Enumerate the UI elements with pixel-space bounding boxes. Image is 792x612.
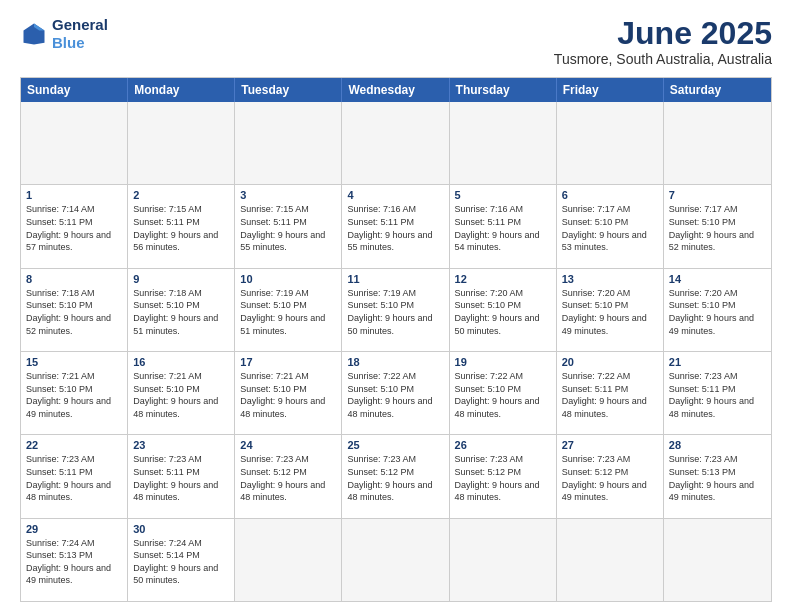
calendar-cell: 1Sunrise: 7:14 AMSunset: 5:11 PMDaylight… <box>21 185 128 267</box>
calendar-cell: 16Sunrise: 7:21 AMSunset: 5:10 PMDayligh… <box>128 352 235 434</box>
calendar-cell: 7Sunrise: 7:17 AMSunset: 5:10 PMDaylight… <box>664 185 771 267</box>
calendar-cell: 4Sunrise: 7:16 AMSunset: 5:11 PMDaylight… <box>342 185 449 267</box>
calendar-cell: 10Sunrise: 7:19 AMSunset: 5:10 PMDayligh… <box>235 269 342 351</box>
day-number: 16 <box>133 356 229 368</box>
weekday-header: Wednesday <box>342 78 449 102</box>
calendar-cell <box>450 102 557 184</box>
cell-sun-info: Sunrise: 7:20 AMSunset: 5:10 PMDaylight:… <box>562 287 658 337</box>
day-number: 12 <box>455 273 551 285</box>
day-number: 21 <box>669 356 766 368</box>
weekday-header: Saturday <box>664 78 771 102</box>
day-number: 5 <box>455 189 551 201</box>
cell-sun-info: Sunrise: 7:23 AMSunset: 5:12 PMDaylight:… <box>347 453 443 503</box>
calendar-cell: 6Sunrise: 7:17 AMSunset: 5:10 PMDaylight… <box>557 185 664 267</box>
day-number: 25 <box>347 439 443 451</box>
cell-sun-info: Sunrise: 7:18 AMSunset: 5:10 PMDaylight:… <box>133 287 229 337</box>
cell-sun-info: Sunrise: 7:22 AMSunset: 5:11 PMDaylight:… <box>562 370 658 420</box>
day-number: 3 <box>240 189 336 201</box>
calendar-week-row: 15Sunrise: 7:21 AMSunset: 5:10 PMDayligh… <box>21 351 771 434</box>
cell-sun-info: Sunrise: 7:18 AMSunset: 5:10 PMDaylight:… <box>26 287 122 337</box>
cell-sun-info: Sunrise: 7:24 AMSunset: 5:13 PMDaylight:… <box>26 537 122 587</box>
day-number: 2 <box>133 189 229 201</box>
day-number: 9 <box>133 273 229 285</box>
day-number: 30 <box>133 523 229 535</box>
cell-sun-info: Sunrise: 7:23 AMSunset: 5:11 PMDaylight:… <box>26 453 122 503</box>
calendar-cell: 23Sunrise: 7:23 AMSunset: 5:11 PMDayligh… <box>128 435 235 517</box>
calendar-week-row: 29Sunrise: 7:24 AMSunset: 5:13 PMDayligh… <box>21 518 771 601</box>
month-title: June 2025 <box>554 16 772 51</box>
day-number: 26 <box>455 439 551 451</box>
calendar-cell <box>21 102 128 184</box>
logo: General Blue <box>20 16 108 52</box>
cell-sun-info: Sunrise: 7:21 AMSunset: 5:10 PMDaylight:… <box>133 370 229 420</box>
day-number: 17 <box>240 356 336 368</box>
header: General Blue June 2025 Tusmore, South Au… <box>20 16 772 67</box>
day-number: 4 <box>347 189 443 201</box>
calendar-cell: 19Sunrise: 7:22 AMSunset: 5:10 PMDayligh… <box>450 352 557 434</box>
logo-text: General Blue <box>52 16 108 52</box>
day-number: 29 <box>26 523 122 535</box>
calendar-cell: 14Sunrise: 7:20 AMSunset: 5:10 PMDayligh… <box>664 269 771 351</box>
calendar-header: SundayMondayTuesdayWednesdayThursdayFrid… <box>21 78 771 102</box>
cell-sun-info: Sunrise: 7:17 AMSunset: 5:10 PMDaylight:… <box>562 203 658 253</box>
cell-sun-info: Sunrise: 7:23 AMSunset: 5:13 PMDaylight:… <box>669 453 766 503</box>
calendar-cell: 18Sunrise: 7:22 AMSunset: 5:10 PMDayligh… <box>342 352 449 434</box>
logo-icon <box>20 20 48 48</box>
calendar-week-row <box>21 102 771 184</box>
cell-sun-info: Sunrise: 7:22 AMSunset: 5:10 PMDaylight:… <box>455 370 551 420</box>
calendar-cell: 29Sunrise: 7:24 AMSunset: 5:13 PMDayligh… <box>21 519 128 601</box>
cell-sun-info: Sunrise: 7:17 AMSunset: 5:10 PMDaylight:… <box>669 203 766 253</box>
day-number: 10 <box>240 273 336 285</box>
calendar-cell: 22Sunrise: 7:23 AMSunset: 5:11 PMDayligh… <box>21 435 128 517</box>
day-number: 24 <box>240 439 336 451</box>
weekday-header: Tuesday <box>235 78 342 102</box>
day-number: 20 <box>562 356 658 368</box>
calendar-cell: 12Sunrise: 7:20 AMSunset: 5:10 PMDayligh… <box>450 269 557 351</box>
calendar-week-row: 22Sunrise: 7:23 AMSunset: 5:11 PMDayligh… <box>21 434 771 517</box>
cell-sun-info: Sunrise: 7:23 AMSunset: 5:11 PMDaylight:… <box>669 370 766 420</box>
calendar-cell: 20Sunrise: 7:22 AMSunset: 5:11 PMDayligh… <box>557 352 664 434</box>
calendar-cell <box>450 519 557 601</box>
cell-sun-info: Sunrise: 7:23 AMSunset: 5:12 PMDaylight:… <box>455 453 551 503</box>
day-number: 14 <box>669 273 766 285</box>
title-block: June 2025 Tusmore, South Australia, Aust… <box>554 16 772 67</box>
calendar-cell <box>664 519 771 601</box>
day-number: 13 <box>562 273 658 285</box>
cell-sun-info: Sunrise: 7:22 AMSunset: 5:10 PMDaylight:… <box>347 370 443 420</box>
calendar-cell: 11Sunrise: 7:19 AMSunset: 5:10 PMDayligh… <box>342 269 449 351</box>
calendar-cell: 25Sunrise: 7:23 AMSunset: 5:12 PMDayligh… <box>342 435 449 517</box>
page: General Blue June 2025 Tusmore, South Au… <box>0 0 792 612</box>
calendar-week-row: 8Sunrise: 7:18 AMSunset: 5:10 PMDaylight… <box>21 268 771 351</box>
day-number: 6 <box>562 189 658 201</box>
calendar-cell: 28Sunrise: 7:23 AMSunset: 5:13 PMDayligh… <box>664 435 771 517</box>
cell-sun-info: Sunrise: 7:24 AMSunset: 5:14 PMDaylight:… <box>133 537 229 587</box>
day-number: 18 <box>347 356 443 368</box>
calendar-cell: 24Sunrise: 7:23 AMSunset: 5:12 PMDayligh… <box>235 435 342 517</box>
calendar-cell <box>557 102 664 184</box>
day-number: 1 <box>26 189 122 201</box>
cell-sun-info: Sunrise: 7:16 AMSunset: 5:11 PMDaylight:… <box>455 203 551 253</box>
cell-sun-info: Sunrise: 7:21 AMSunset: 5:10 PMDaylight:… <box>26 370 122 420</box>
cell-sun-info: Sunrise: 7:14 AMSunset: 5:11 PMDaylight:… <box>26 203 122 253</box>
day-number: 7 <box>669 189 766 201</box>
calendar-cell: 5Sunrise: 7:16 AMSunset: 5:11 PMDaylight… <box>450 185 557 267</box>
day-number: 22 <box>26 439 122 451</box>
calendar-cell: 15Sunrise: 7:21 AMSunset: 5:10 PMDayligh… <box>21 352 128 434</box>
weekday-header: Sunday <box>21 78 128 102</box>
weekday-header: Friday <box>557 78 664 102</box>
cell-sun-info: Sunrise: 7:19 AMSunset: 5:10 PMDaylight:… <box>240 287 336 337</box>
cell-sun-info: Sunrise: 7:15 AMSunset: 5:11 PMDaylight:… <box>240 203 336 253</box>
calendar-cell: 13Sunrise: 7:20 AMSunset: 5:10 PMDayligh… <box>557 269 664 351</box>
calendar-cell: 21Sunrise: 7:23 AMSunset: 5:11 PMDayligh… <box>664 352 771 434</box>
day-number: 11 <box>347 273 443 285</box>
location-title: Tusmore, South Australia, Australia <box>554 51 772 67</box>
day-number: 8 <box>26 273 122 285</box>
cell-sun-info: Sunrise: 7:16 AMSunset: 5:11 PMDaylight:… <box>347 203 443 253</box>
cell-sun-info: Sunrise: 7:23 AMSunset: 5:12 PMDaylight:… <box>562 453 658 503</box>
calendar-cell <box>235 102 342 184</box>
calendar-cell: 9Sunrise: 7:18 AMSunset: 5:10 PMDaylight… <box>128 269 235 351</box>
calendar-cell <box>342 519 449 601</box>
calendar-cell: 26Sunrise: 7:23 AMSunset: 5:12 PMDayligh… <box>450 435 557 517</box>
cell-sun-info: Sunrise: 7:23 AMSunset: 5:12 PMDaylight:… <box>240 453 336 503</box>
calendar-cell <box>235 519 342 601</box>
